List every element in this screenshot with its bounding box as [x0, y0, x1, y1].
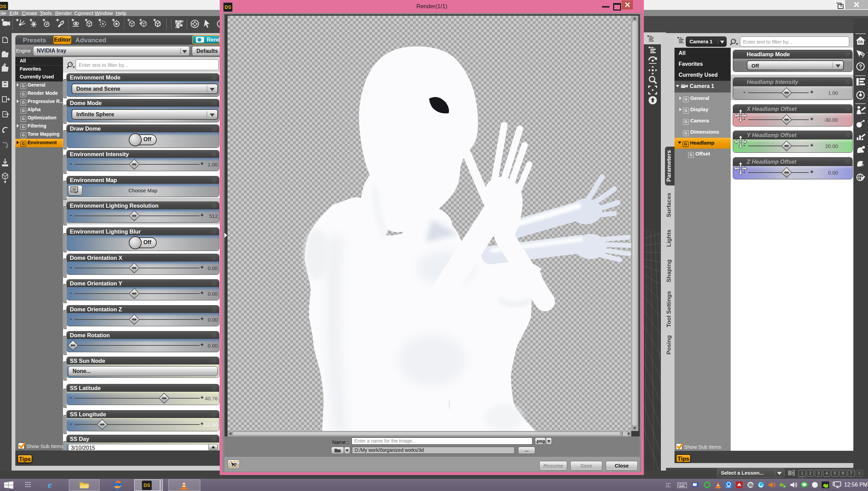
svg-text:LIVE: LIVE: [726, 486, 730, 488]
svg-text:+: +: [16, 17, 19, 23]
svg-text:+: +: [139, 21, 142, 26]
svg-text:DS: DS: [858, 40, 863, 44]
svg-text:?: ?: [861, 52, 865, 59]
svg-text:?: ?: [234, 462, 237, 467]
svg-text:+: +: [153, 17, 156, 23]
svg-text:P: P: [862, 164, 864, 168]
svg-text:+: +: [127, 17, 130, 23]
svg-text:+: +: [56, 17, 59, 23]
svg-text:+: +: [85, 17, 88, 23]
svg-text:+: +: [1, 17, 4, 23]
svg-text:+: +: [112, 17, 115, 23]
svg-text:+: +: [72, 17, 74, 23]
svg-text:?: ?: [859, 64, 862, 70]
svg-text:+: +: [98, 17, 101, 23]
svg-text:+: +: [43, 17, 45, 23]
svg-text:+: +: [30, 17, 32, 23]
